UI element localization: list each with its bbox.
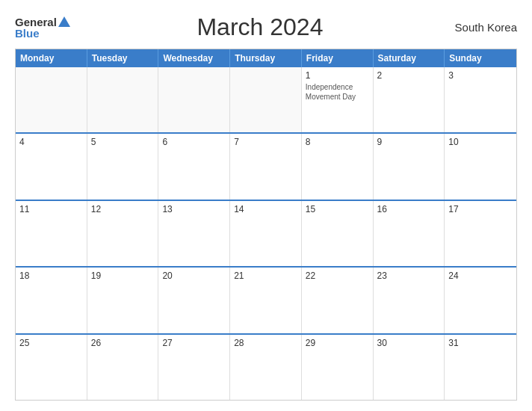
- day-number: 28: [234, 338, 297, 348]
- day-number: 29: [306, 338, 369, 348]
- day-number: 22: [306, 271, 369, 281]
- day-cell: [158, 67, 230, 132]
- day-number: 21: [234, 271, 297, 281]
- day-cell: 5: [87, 134, 159, 199]
- country-label: South Korea: [450, 21, 517, 34]
- day-number: 20: [162, 271, 226, 281]
- logo-triangle-icon: [58, 16, 70, 27]
- day-cell: 15: [302, 201, 374, 266]
- day-number: 11: [19, 204, 83, 214]
- day-cell: 3: [445, 67, 516, 132]
- week-row-2: 45678910: [16, 132, 516, 199]
- day-cell: 22: [302, 268, 374, 333]
- day-cell: 10: [445, 134, 516, 199]
- day-number: 17: [448, 204, 513, 214]
- day-cell: [16, 67, 87, 132]
- day-cell: 25: [16, 335, 87, 400]
- day-cell: 30: [374, 335, 445, 400]
- day-number: 2: [377, 70, 441, 81]
- logo-general: General: [15, 16, 57, 28]
- day-cell: 16: [374, 201, 445, 266]
- day-cell: 13: [158, 201, 230, 266]
- day-number: 27: [162, 338, 226, 348]
- day-number: 14: [234, 204, 297, 214]
- day-cell: [87, 67, 159, 132]
- calendar-page: General Blue March 2024 South Korea Mond…: [0, 0, 532, 411]
- day-header-wednesday: Wednesday: [158, 49, 230, 67]
- day-number: 16: [377, 204, 441, 214]
- week-row-4: 18192021222324: [16, 266, 516, 333]
- day-number: 26: [91, 338, 155, 348]
- day-number: 9: [377, 137, 441, 147]
- day-number: 10: [448, 137, 513, 147]
- day-number: 15: [306, 204, 369, 214]
- day-header-sunday: Sunday: [445, 49, 516, 67]
- day-cell: 17: [445, 201, 516, 266]
- logo-blue: Blue: [15, 28, 40, 39]
- day-header-saturday: Saturday: [374, 49, 445, 67]
- day-number: 8: [306, 137, 369, 147]
- day-cell: 20: [158, 268, 230, 333]
- day-number: 24: [448, 271, 513, 281]
- day-cell: 18: [16, 268, 87, 333]
- day-cell: 14: [230, 201, 302, 266]
- day-header-thursday: Thursday: [230, 49, 302, 67]
- days-header: MondayTuesdayWednesdayThursdayFridaySatu…: [16, 49, 516, 67]
- day-cell: 23: [374, 268, 445, 333]
- day-cell: 1Independence Movement Day: [302, 67, 374, 132]
- day-cell: 21: [230, 268, 302, 333]
- day-number: 7: [234, 137, 297, 147]
- day-cell: 6: [158, 134, 230, 199]
- day-cell: 26: [87, 335, 159, 400]
- weeks: 1Independence Movement Day23456789101112…: [16, 67, 516, 400]
- day-header-friday: Friday: [302, 49, 374, 67]
- day-number: 31: [448, 338, 513, 348]
- day-cell: [230, 67, 302, 132]
- holiday-label: Independence Movement Day: [306, 82, 369, 102]
- day-number: 6: [162, 137, 226, 147]
- day-cell: 31: [445, 335, 516, 400]
- day-number: 23: [377, 271, 441, 281]
- day-number: 13: [162, 204, 226, 214]
- week-row-3: 11121314151617: [16, 200, 516, 266]
- day-cell: 12: [87, 201, 159, 266]
- day-number: 19: [91, 271, 155, 281]
- week-row-5: 25262728293031: [16, 333, 516, 400]
- day-cell: 8: [302, 134, 374, 199]
- day-header-tuesday: Tuesday: [87, 49, 159, 67]
- day-cell: 29: [302, 335, 374, 400]
- week-row-1: 1Independence Movement Day23: [16, 67, 516, 132]
- day-cell: 27: [158, 335, 230, 400]
- day-number: 12: [91, 204, 155, 214]
- day-header-monday: Monday: [16, 49, 87, 67]
- day-number: 30: [377, 338, 441, 348]
- day-number: 18: [19, 271, 83, 281]
- logo: General Blue: [15, 16, 70, 39]
- day-cell: 19: [87, 268, 159, 333]
- day-cell: 4: [16, 134, 87, 199]
- header: General Blue March 2024 South Korea: [15, 13, 517, 41]
- day-number: 5: [91, 137, 155, 147]
- day-number: 3: [448, 70, 513, 81]
- day-cell: 9: [374, 134, 445, 199]
- day-number: 1: [306, 70, 369, 81]
- day-number: 25: [19, 338, 83, 348]
- day-cell: 7: [230, 134, 302, 199]
- day-cell: 2: [374, 67, 445, 132]
- day-cell: 24: [445, 268, 516, 333]
- calendar: MondayTuesdayWednesdayThursdayFridaySatu…: [15, 49, 517, 401]
- day-cell: 11: [16, 201, 87, 266]
- page-title: March 2024: [70, 13, 450, 41]
- day-cell: 28: [230, 335, 302, 400]
- day-number: 4: [19, 137, 83, 147]
